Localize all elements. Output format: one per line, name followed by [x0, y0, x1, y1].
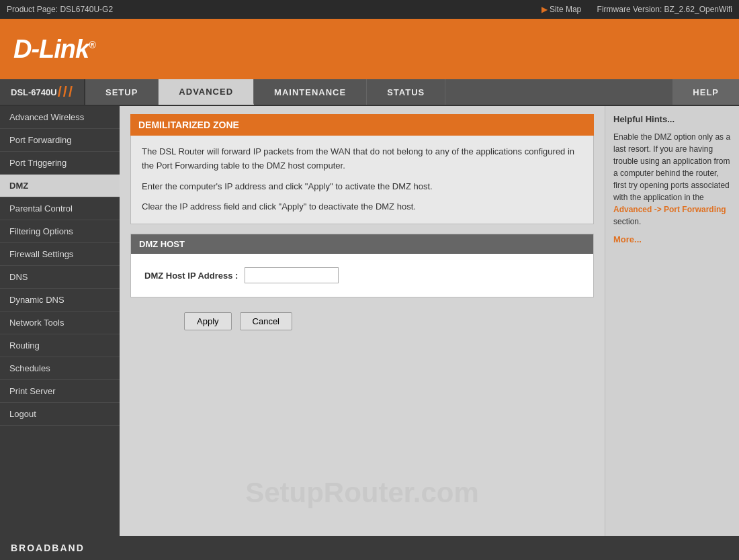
dmz-host-title: DMZ HOST — [131, 234, 593, 254]
info-line1: The DSL Router will forward IP packets f… — [142, 145, 582, 173]
sidebar-item-routing[interactable]: Routing — [0, 334, 120, 357]
sidebar-item-network-tools[interactable]: Network Tools — [0, 312, 120, 334]
main-layout: Advanced Wireless Port Forwarding Port T… — [0, 106, 739, 536]
tab-maintenance[interactable]: MAINTENANCE — [254, 79, 367, 105]
sidebar: Advanced Wireless Port Forwarding Port T… — [0, 106, 120, 536]
top-right: ▶ Site Map Firmware Version: BZ_2.62_Ope… — [541, 5, 732, 14]
tab-status[interactable]: STATUS — [367, 79, 445, 105]
logo: D-Link® — [13, 35, 95, 64]
firmware-label: Firmware Version: BZ_2.62_OpenWifi — [597, 5, 732, 14]
watermark: SetupRouter.com — [245, 477, 479, 509]
sidebar-item-firewall-settings[interactable]: Firewall Settings — [0, 243, 120, 266]
help-panel: Helpful Hints... Enable the DMZ option o… — [605, 106, 739, 536]
field-row: DMZ Host IP Address : — [144, 267, 580, 283]
help-title: Helpful Hints... — [613, 114, 731, 124]
sitemap-arrow: ▶ — [541, 5, 548, 14]
sitemap-link[interactable]: Site Map — [550, 5, 581, 14]
tab-setup[interactable]: SETUP — [85, 79, 159, 105]
nav-tabs: DSL-6740U / / / SETUP ADVANCED MAINTENAN… — [0, 79, 739, 106]
broadband-label: BROADBAND — [11, 543, 85, 553]
sidebar-item-port-forwarding[interactable]: Port Forwarding — [0, 129, 120, 152]
section-title: DEMILITARIZED ZONE — [138, 120, 239, 130]
sidebar-item-schedules[interactable]: Schedules — [0, 357, 120, 380]
dmz-host-body: DMZ Host IP Address : — [131, 254, 593, 297]
info-line3: Clear the IP address field and click "Ap… — [142, 200, 582, 214]
button-row: Apply Cancel — [130, 308, 594, 337]
header: D-Link® — [0, 19, 739, 79]
help-link[interactable]: Advanced -> Port Forwarding — [613, 205, 726, 214]
help-body: Enable the DMZ option only as a last res… — [613, 131, 731, 228]
model-slash: / — [58, 83, 62, 101]
cancel-button[interactable]: Cancel — [240, 312, 292, 330]
field-label: DMZ Host IP Address : — [144, 271, 238, 281]
sidebar-item-parental-control[interactable]: Parental Control — [0, 197, 120, 220]
top-bar: Product Page: DSL6740U-G2 ▶ Site Map Fir… — [0, 0, 739, 19]
sidebar-item-dns[interactable]: DNS — [0, 266, 120, 289]
model-slash2: / — [63, 83, 67, 101]
model-slash3: / — [69, 83, 73, 101]
dmz-host-ip-input[interactable] — [245, 267, 339, 283]
sidebar-item-dmz[interactable]: DMZ — [0, 175, 120, 197]
sidebar-item-print-server[interactable]: Print Server — [0, 380, 120, 403]
info-line2: Enter the computer's IP address and clic… — [142, 180, 582, 194]
sidebar-item-filtering-options[interactable]: Filtering Options — [0, 220, 120, 243]
apply-button[interactable]: Apply — [184, 312, 232, 330]
section-title-bar: DEMILITARIZED ZONE — [130, 114, 594, 136]
bottom-bar: BROADBAND — [0, 536, 739, 560]
sidebar-item-dynamic-dns[interactable]: Dynamic DNS — [0, 289, 120, 312]
model-tab: DSL-6740U / / / — [0, 79, 85, 105]
tab-advanced[interactable]: ADVANCED — [159, 79, 254, 105]
sidebar-item-advanced-wireless[interactable]: Advanced Wireless — [0, 106, 120, 129]
info-box: The DSL Router will forward IP packets f… — [130, 136, 594, 224]
dmz-host-section: DMZ HOST DMZ Host IP Address : — [130, 234, 594, 297]
sidebar-item-logout[interactable]: Logout — [0, 403, 120, 426]
content-area: SetupRouter.com DEMILITARIZED ZONE The D… — [120, 106, 605, 536]
more-link[interactable]: More... — [613, 234, 731, 244]
sidebar-item-port-triggering[interactable]: Port Triggering — [0, 152, 120, 175]
product-label: Product Page: DSL6740U-G2 — [7, 5, 113, 14]
logo-text: D-Link — [13, 35, 89, 63]
tab-help[interactable]: HELP — [672, 79, 739, 105]
model-label: DSL-6740U — [11, 87, 57, 97]
